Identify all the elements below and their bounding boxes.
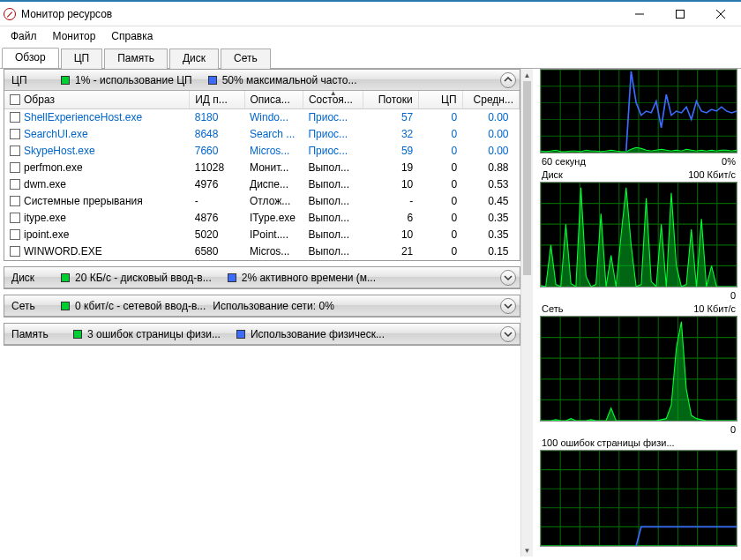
graph-mem-title-row: 100 ошибок страницы физи... [540, 437, 737, 448]
svg-rect-1 [677, 10, 685, 18]
maximize-button[interactable] [660, 1, 700, 27]
row-checkbox[interactable] [10, 129, 20, 139]
minimize-button[interactable] [619, 1, 660, 27]
cpu-collapse-button[interactable] [500, 72, 516, 88]
check-all[interactable] [10, 94, 20, 105]
disk-section: Диск 20 КБ/с - дисковый ввод-в... 2% акт… [4, 266, 520, 289]
col-pid[interactable]: ИД п... [190, 91, 244, 109]
sort-asc-icon: ▲ [330, 91, 337, 97]
net-expand-button[interactable] [500, 298, 516, 314]
graph-cpu-right: 0% [722, 156, 736, 167]
graph-cpu [540, 69, 737, 153]
graph-disk-bottom: 0 [540, 289, 737, 301]
table-row[interactable]: dwm.exe4976Диспе...Выпол...1000.53 [4, 176, 520, 193]
net-use-text: Использование сети: 0% [213, 300, 334, 312]
graph-net-title-row: Сеть 10 Кбит/с [540, 302, 737, 314]
col-image[interactable]: Образ [4, 91, 190, 109]
disk-swatch-green [61, 273, 70, 282]
row-checkbox[interactable] [10, 213, 20, 223]
mem-expand-button[interactable] [500, 326, 516, 342]
tab-network[interactable]: Сеть [221, 49, 271, 69]
disk-active-text: 2% активного времени (м... [242, 272, 376, 284]
graph-mem [540, 450, 737, 547]
graph-net-title: Сеть [542, 303, 563, 314]
row-checkbox[interactable] [10, 196, 20, 206]
table-row[interactable]: SearchUI.exe8648Search ...Приос...3200.0… [4, 126, 520, 143]
cpu-swatch-green [61, 76, 70, 85]
disk-section-title: Диск [11, 272, 45, 284]
tab-cpu[interactable]: ЦП [61, 49, 103, 69]
left-scrollbar[interactable]: ▲ ▼ [520, 69, 533, 556]
row-checkbox[interactable] [10, 112, 20, 123]
table-row[interactable]: ipoint.exe5020IPoint....Выпол...1000.35 [4, 227, 520, 243]
scroll-up-button[interactable]: ▲ [521, 69, 533, 81]
graph-net [540, 316, 737, 422]
scroll-down-button[interactable]: ▼ [521, 544, 533, 556]
table-row[interactable]: itype.exe4876IType.exeВыпол...600.35 [4, 210, 520, 227]
col-avg[interactable]: Средн... [462, 91, 519, 109]
table-row[interactable]: ShellExperienceHost.exe8180Windo...Приос… [4, 109, 520, 126]
net-io-text: 0 кбит/с - сетевой ввод-в... [75, 300, 206, 312]
tabs: Обзор ЦП Память Диск Сеть [0, 48, 741, 69]
table-row[interactable]: SkypeHost.exe7660Micros...Приос...5900.0… [4, 143, 520, 160]
row-checkbox[interactable] [10, 246, 20, 257]
graph-disk-title-row: Диск 100 Кбит/с [540, 168, 737, 180]
graph-cpu-time: 60 секунд [542, 156, 586, 167]
app-icon [4, 8, 16, 20]
net-section-title: Сеть [11, 300, 45, 312]
table-row[interactable]: Системные прерывания-Отлож...Выпол...-00… [4, 193, 520, 210]
window-title: Монитор ресурсов [21, 8, 112, 20]
graph-cpu-label: 60 секунд 0% [540, 155, 737, 167]
row-checkbox[interactable] [10, 162, 20, 173]
table-row[interactable]: WINWORD.EXE6580Micros...Выпол...2100.15 [4, 243, 520, 260]
disk-swatch-blue [228, 273, 236, 282]
menu-monitor[interactable]: Монитор [46, 28, 103, 44]
graph-net-bottom: 0 [540, 423, 737, 435]
menu-file[interactable]: Файл [4, 28, 44, 44]
cpu-section-title: ЦП [11, 74, 45, 86]
disk-expand-button[interactable] [500, 270, 516, 286]
cpu-section: ЦП 1% - использование ЦП 50% максимально… [4, 69, 520, 261]
col-cpu[interactable]: ЦП [418, 91, 462, 109]
col-status[interactable]: ▲Состоя... [303, 91, 363, 109]
mem-section-header[interactable]: Память 3 ошибок страницы физи... Использ… [4, 324, 520, 345]
menu-help[interactable]: Справка [104, 28, 160, 44]
net-swatch-green [61, 302, 70, 310]
graph-disk [540, 182, 737, 287]
graph-disk-title: Диск [542, 169, 563, 180]
graph-net-right: 10 Кбит/с [693, 303, 736, 314]
titlebar: Монитор ресурсов [0, 0, 741, 26]
row-checkbox[interactable] [10, 229, 20, 240]
col-desc[interactable]: Описа... [244, 91, 303, 109]
disk-io-text: 20 КБ/с - дисковый ввод-в... [75, 272, 212, 284]
cpu-table: Образ ИД п... Описа... ▲Состоя... Потоки… [4, 91, 520, 260]
tab-overview[interactable]: Обзор [2, 48, 59, 68]
cpu-swatch-blue [208, 76, 217, 85]
row-checkbox[interactable] [10, 179, 20, 190]
disk-section-header[interactable]: Диск 20 КБ/с - дисковый ввод-в... 2% акт… [4, 267, 520, 288]
cpu-section-header[interactable]: ЦП 1% - использование ЦП 50% максимально… [4, 70, 520, 91]
cpu-usage-text: 1% - использование ЦП [75, 74, 192, 86]
row-checkbox[interactable] [10, 146, 20, 156]
graph-mem-title: 100 ошибок страницы физи... [542, 437, 675, 448]
menubar: Файл Монитор Справка [0, 26, 741, 46]
col-threads[interactable]: Потоки [363, 91, 418, 109]
mem-swatch-blue [236, 330, 245, 339]
tab-memory[interactable]: Память [104, 49, 168, 69]
mem-section-title: Память [11, 328, 57, 340]
close-button[interactable] [700, 1, 741, 27]
mem-faults-text: 3 ошибок страницы физи... [87, 328, 221, 340]
net-section: Сеть 0 кбит/с - сетевой ввод-в... Исполь… [4, 295, 520, 317]
table-row[interactable]: perfmon.exe11028Монит...Выпол...1900.88 [4, 160, 520, 176]
mem-use-text: Использование физическ... [251, 328, 385, 340]
mem-section: Память 3 ошибок страницы физи... Использ… [4, 323, 520, 346]
mem-swatch-green [73, 330, 82, 339]
graph-disk-right: 100 Кбит/с [688, 169, 736, 180]
tab-disk[interactable]: Диск [169, 49, 219, 69]
net-section-header[interactable]: Сеть 0 кбит/с - сетевой ввод-в... Исполь… [4, 295, 520, 317]
cpu-freq-text: 50% максимальной часто... [222, 74, 357, 86]
